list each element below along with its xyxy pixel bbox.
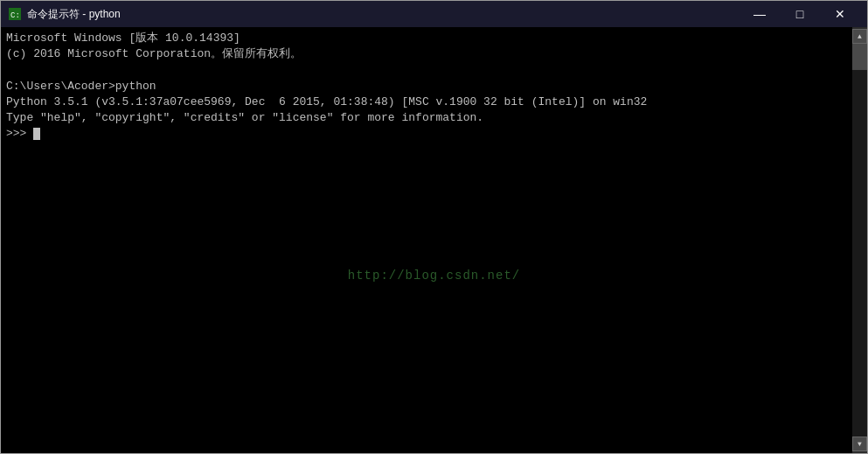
cmd-icon: C: bbox=[8, 7, 22, 21]
title-bar-title: 命令提示符 - python bbox=[27, 7, 121, 22]
maximize-button[interactable]: □ bbox=[780, 1, 820, 27]
scrollbar-thumb[interactable] bbox=[852, 44, 867, 70]
minimize-button[interactable]: — bbox=[740, 1, 780, 27]
console-line-4: C:\Users\Acoder>python bbox=[6, 79, 847, 94]
vertical-scrollbar[interactable]: ▲ ▼ bbox=[852, 27, 867, 453]
console-line-5: Python 3.5.1 (v3.5.1:37a07cee5969, Dec 6… bbox=[6, 94, 847, 110]
scrollbar-down-button[interactable]: ▼ bbox=[852, 437, 867, 451]
console-line-3 bbox=[6, 62, 847, 78]
title-bar: C: 命令提示符 - python — □ ✕ bbox=[1, 1, 867, 27]
title-bar-controls: — □ ✕ bbox=[740, 1, 860, 27]
console-line-1: Microsoft Windows [版本 10.0.14393] bbox=[6, 31, 847, 46]
console-line-6: Type "help", "Type "help", "copyright", … bbox=[6, 110, 847, 126]
console-line-2: (c) 2016 Microsoft Corporation。保留所有权利。 bbox=[6, 46, 847, 62]
console-body[interactable]: Microsoft Windows [版本 10.0.14393] (c) 20… bbox=[1, 27, 867, 453]
scrollbar-track[interactable] bbox=[852, 44, 867, 437]
svg-text:C:: C: bbox=[10, 11, 20, 20]
close-button[interactable]: ✕ bbox=[820, 1, 860, 27]
cursor bbox=[33, 128, 40, 140]
console-line-7: >>> bbox=[6, 126, 847, 142]
scrollbar-up-button[interactable]: ▲ bbox=[852, 29, 867, 44]
title-bar-left: C: 命令提示符 - python bbox=[8, 7, 121, 22]
console-content: Microsoft Windows [版本 10.0.14393] (c) 20… bbox=[1, 27, 852, 453]
window: C: 命令提示符 - python — □ ✕ Microsoft Window… bbox=[0, 0, 868, 454]
